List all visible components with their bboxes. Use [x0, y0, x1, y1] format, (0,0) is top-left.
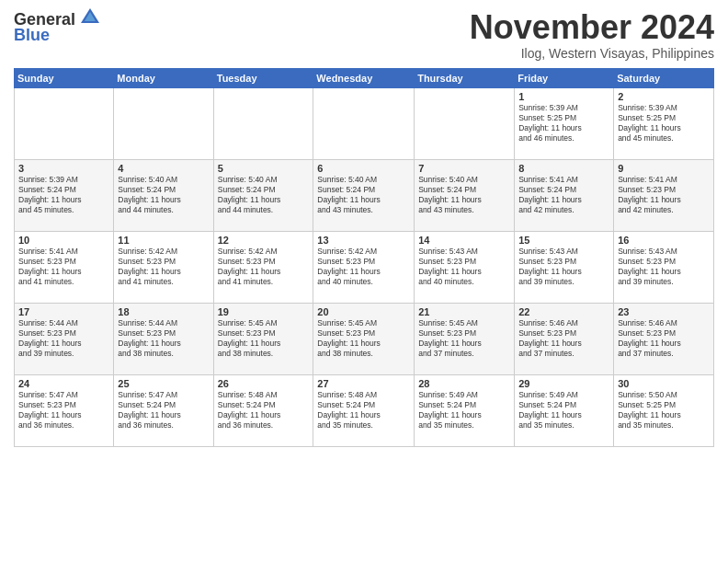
calendar-cell: [415, 87, 515, 159]
day-info: Sunrise: 5:50 AM Sunset: 5:25 PM Dayligh…: [618, 390, 710, 431]
day-number: 20: [317, 306, 410, 317]
month-title: November 2024: [470, 9, 714, 46]
logo-text-blue: Blue: [14, 27, 50, 45]
day-number: 8: [518, 163, 609, 174]
col-tuesday: Tuesday: [213, 68, 313, 87]
day-number: 5: [218, 163, 310, 174]
calendar-cell: 23Sunrise: 5:46 AM Sunset: 5:23 PM Dayli…: [614, 303, 714, 374]
calendar-cell: 21Sunrise: 5:45 AM Sunset: 5:23 PM Dayli…: [415, 303, 515, 374]
calendar-cell: 1Sunrise: 5:39 AM Sunset: 5:25 PM Daylig…: [515, 87, 614, 159]
day-info: Sunrise: 5:49 AM Sunset: 5:24 PM Dayligh…: [518, 390, 609, 431]
day-number: 24: [18, 378, 109, 389]
calendar-cell: 15Sunrise: 5:43 AM Sunset: 5:23 PM Dayli…: [515, 231, 614, 303]
calendar-cell: 26Sunrise: 5:48 AM Sunset: 5:24 PM Dayli…: [213, 374, 313, 446]
day-number: 11: [118, 235, 209, 246]
day-info: Sunrise: 5:48 AM Sunset: 5:24 PM Dayligh…: [317, 390, 410, 431]
day-number: 26: [218, 378, 310, 389]
calendar-cell: 27Sunrise: 5:48 AM Sunset: 5:24 PM Dayli…: [313, 374, 415, 446]
calendar-cell: 12Sunrise: 5:42 AM Sunset: 5:23 PM Dayli…: [213, 231, 313, 303]
day-info: Sunrise: 5:47 AM Sunset: 5:24 PM Dayligh…: [118, 390, 209, 431]
calendar-cell: 16Sunrise: 5:43 AM Sunset: 5:23 PM Dayli…: [614, 231, 714, 303]
calendar-cell: 9Sunrise: 5:41 AM Sunset: 5:23 PM Daylig…: [614, 159, 714, 231]
day-info: Sunrise: 5:40 AM Sunset: 5:24 PM Dayligh…: [418, 175, 510, 215]
day-info: Sunrise: 5:45 AM Sunset: 5:23 PM Dayligh…: [418, 318, 510, 359]
calendar-cell: [15, 87, 114, 159]
day-number: 3: [18, 163, 109, 174]
day-number: 4: [118, 163, 209, 174]
day-info: Sunrise: 5:41 AM Sunset: 5:23 PM Dayligh…: [18, 247, 109, 287]
day-info: Sunrise: 5:46 AM Sunset: 5:23 PM Dayligh…: [618, 318, 710, 359]
calendar-cell: 24Sunrise: 5:47 AM Sunset: 5:23 PM Dayli…: [15, 374, 114, 446]
calendar-cell: 5Sunrise: 5:40 AM Sunset: 5:24 PM Daylig…: [213, 159, 313, 231]
calendar-week-row-3: 17Sunrise: 5:44 AM Sunset: 5:23 PM Dayli…: [15, 303, 714, 374]
day-number: 27: [317, 378, 410, 389]
day-number: 7: [418, 163, 510, 174]
day-info: Sunrise: 5:39 AM Sunset: 5:25 PM Dayligh…: [518, 103, 609, 144]
calendar-cell: [213, 87, 313, 159]
col-saturday: Saturday: [614, 68, 714, 87]
location-text: Ilog, Western Visayas, Philippines: [470, 46, 714, 61]
calendar-cell: [114, 87, 213, 159]
page-header: General Blue November 2024 Ilog, Western…: [14, 9, 714, 61]
day-number: 13: [317, 235, 410, 246]
calendar-week-row-1: 3Sunrise: 5:39 AM Sunset: 5:24 PM Daylig…: [15, 159, 714, 231]
day-info: Sunrise: 5:42 AM Sunset: 5:23 PM Dayligh…: [317, 247, 410, 287]
day-info: Sunrise: 5:39 AM Sunset: 5:25 PM Dayligh…: [618, 103, 710, 144]
calendar-cell: 17Sunrise: 5:44 AM Sunset: 5:23 PM Dayli…: [15, 303, 114, 374]
calendar-cell: 19Sunrise: 5:45 AM Sunset: 5:23 PM Dayli…: [213, 303, 313, 374]
day-info: Sunrise: 5:45 AM Sunset: 5:23 PM Dayligh…: [317, 318, 410, 359]
col-thursday: Thursday: [415, 68, 515, 87]
calendar-cell: 28Sunrise: 5:49 AM Sunset: 5:24 PM Dayli…: [415, 374, 515, 446]
day-number: 25: [118, 378, 209, 389]
day-info: Sunrise: 5:48 AM Sunset: 5:24 PM Dayligh…: [218, 390, 310, 431]
day-number: 30: [618, 378, 710, 389]
calendar-week-row-2: 10Sunrise: 5:41 AM Sunset: 5:23 PM Dayli…: [15, 231, 714, 303]
page-container: General Blue November 2024 Ilog, Western…: [0, 0, 728, 452]
day-number: 2: [618, 91, 710, 102]
day-info: Sunrise: 5:45 AM Sunset: 5:23 PM Dayligh…: [218, 318, 310, 359]
day-info: Sunrise: 5:41 AM Sunset: 5:23 PM Dayligh…: [618, 175, 710, 215]
day-info: Sunrise: 5:42 AM Sunset: 5:23 PM Dayligh…: [218, 247, 310, 287]
logo-icon: [77, 5, 103, 30]
calendar-cell: 8Sunrise: 5:41 AM Sunset: 5:24 PM Daylig…: [515, 159, 614, 231]
day-info: Sunrise: 5:40 AM Sunset: 5:24 PM Dayligh…: [218, 175, 310, 215]
col-wednesday: Wednesday: [313, 68, 415, 87]
calendar-week-row-4: 24Sunrise: 5:47 AM Sunset: 5:23 PM Dayli…: [15, 374, 714, 446]
col-monday: Monday: [114, 68, 213, 87]
calendar-cell: 29Sunrise: 5:49 AM Sunset: 5:24 PM Dayli…: [515, 374, 614, 446]
calendar-cell: 25Sunrise: 5:47 AM Sunset: 5:24 PM Dayli…: [114, 374, 213, 446]
calendar-header-row: Sunday Monday Tuesday Wednesday Thursday…: [15, 68, 714, 87]
calendar-cell: 13Sunrise: 5:42 AM Sunset: 5:23 PM Dayli…: [313, 231, 415, 303]
day-number: 9: [618, 163, 710, 174]
day-info: Sunrise: 5:44 AM Sunset: 5:23 PM Dayligh…: [18, 318, 109, 359]
calendar-week-row-0: 1Sunrise: 5:39 AM Sunset: 5:25 PM Daylig…: [15, 87, 714, 159]
logo: General Blue: [14, 9, 103, 45]
day-info: Sunrise: 5:43 AM Sunset: 5:23 PM Dayligh…: [418, 247, 510, 287]
calendar-cell: 10Sunrise: 5:41 AM Sunset: 5:23 PM Dayli…: [15, 231, 114, 303]
day-info: Sunrise: 5:41 AM Sunset: 5:24 PM Dayligh…: [518, 175, 609, 215]
day-number: 18: [118, 306, 209, 317]
calendar-cell: [313, 87, 415, 159]
calendar-cell: 11Sunrise: 5:42 AM Sunset: 5:23 PM Dayli…: [114, 231, 213, 303]
col-friday: Friday: [515, 68, 614, 87]
calendar-cell: 2Sunrise: 5:39 AM Sunset: 5:25 PM Daylig…: [614, 87, 714, 159]
day-info: Sunrise: 5:49 AM Sunset: 5:24 PM Dayligh…: [418, 390, 510, 431]
title-block: November 2024 Ilog, Western Visayas, Phi…: [470, 9, 714, 61]
calendar-cell: 30Sunrise: 5:50 AM Sunset: 5:25 PM Dayli…: [614, 374, 714, 446]
calendar-cell: 4Sunrise: 5:40 AM Sunset: 5:24 PM Daylig…: [114, 159, 213, 231]
day-number: 6: [317, 163, 410, 174]
day-number: 16: [618, 235, 710, 246]
day-number: 10: [18, 235, 109, 246]
day-info: Sunrise: 5:40 AM Sunset: 5:24 PM Dayligh…: [317, 175, 410, 215]
day-info: Sunrise: 5:42 AM Sunset: 5:23 PM Dayligh…: [118, 247, 209, 287]
calendar-cell: 6Sunrise: 5:40 AM Sunset: 5:24 PM Daylig…: [313, 159, 415, 231]
day-number: 28: [418, 378, 510, 389]
day-number: 1: [518, 91, 609, 102]
day-number: 23: [618, 306, 710, 317]
calendar-cell: 14Sunrise: 5:43 AM Sunset: 5:23 PM Dayli…: [415, 231, 515, 303]
calendar-cell: 18Sunrise: 5:44 AM Sunset: 5:23 PM Dayli…: [114, 303, 213, 374]
day-number: 29: [518, 378, 609, 389]
day-number: 21: [418, 306, 510, 317]
day-info: Sunrise: 5:47 AM Sunset: 5:23 PM Dayligh…: [18, 390, 109, 431]
day-number: 14: [418, 235, 510, 246]
